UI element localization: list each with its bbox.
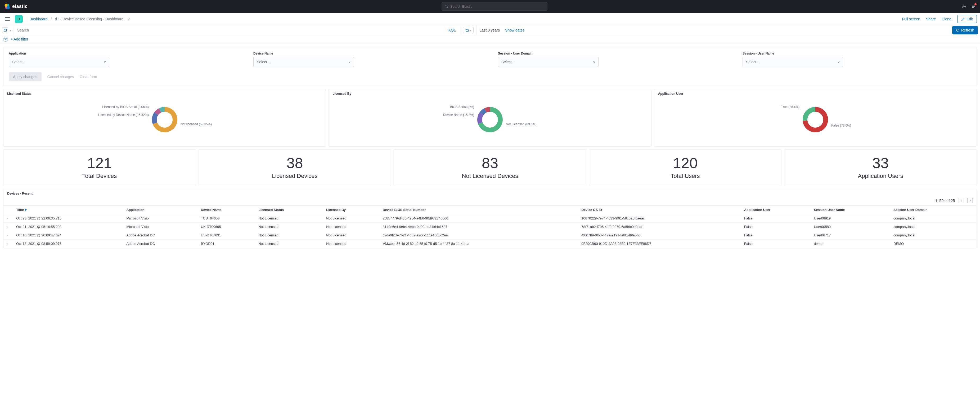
table-header[interactable]: Session User Domain <box>890 206 977 214</box>
cell-bios: VMware-56 4d 2f 62 b0 55 f0 75-d5 1b 4f … <box>380 240 578 248</box>
expand-row-icon[interactable]: › <box>6 233 8 237</box>
pager-next[interactable]: › <box>967 198 973 203</box>
table-header[interactable]: Session User Name <box>811 206 890 214</box>
donut-chart[interactable]: False (73.6%)True (26.4%) <box>658 97 973 142</box>
table-header[interactable]: Application <box>123 206 197 214</box>
metric-label: Not Licensed Devices <box>396 173 584 180</box>
breadcrumb-root[interactable]: Dashboard <box>29 17 48 21</box>
nav-toggle[interactable] <box>3 15 12 23</box>
refresh-label: Refresh <box>961 28 974 32</box>
table-header[interactable]: Licensed By <box>323 206 379 214</box>
metric-label: Application Users <box>787 173 974 180</box>
global-search-input[interactable] <box>450 5 544 8</box>
pager-prev[interactable]: ‹ <box>959 198 964 203</box>
show-dates-link[interactable]: Show dates <box>505 28 524 32</box>
chevron-down-icon[interactable]: ⅴ <box>10 29 12 32</box>
cell-time: Oct 18, 2021 @ 08:59:09.975 <box>13 240 123 248</box>
elastic-logo-icon <box>4 3 10 9</box>
app-header: D Dashboard / dT - Device Based Licensin… <box>0 13 980 25</box>
newsfeed-icon[interactable] <box>971 4 976 9</box>
cell-sessdomain: DEMO <box>890 240 977 248</box>
hamburger-icon <box>5 17 10 21</box>
devices-recent-panel: Devices - Recent 1–50 of 125 ‹ › Time ▾A… <box>3 189 977 248</box>
space-selector[interactable]: D <box>15 15 23 23</box>
calendar-icon <box>465 29 469 32</box>
chevron-down-icon: ⅴ <box>348 60 350 64</box>
donut-chart[interactable]: Not licensed (69.35%)Licensed by Device … <box>7 97 322 142</box>
panel-title: Licensed By <box>332 92 647 95</box>
brand-text: elastic <box>12 4 27 9</box>
expand-row-icon[interactable]: › <box>6 216 8 220</box>
chevron-down-icon[interactable]: ⅴ <box>127 17 130 21</box>
control-select-devicename[interactable]: Select... ⅴ <box>253 57 354 67</box>
query-bar: ⅴ KQL ⅴ Last 3 years Show dates Refresh <box>0 25 980 35</box>
cell-osid: 10870229-7e74-4c33-9f91-58c5a5fbaeac <box>578 214 741 223</box>
metric-label: Total Users <box>592 173 779 180</box>
clone-link[interactable]: Clone <box>942 17 951 21</box>
cell-licensed-status: Not Licensed <box>255 231 323 240</box>
panel-title: Application User <box>658 92 973 95</box>
elastic-logo[interactable]: elastic <box>4 3 27 9</box>
control-select-application[interactable]: Select... ⅴ <box>9 57 109 67</box>
refresh-button[interactable]: Refresh <box>952 26 978 34</box>
cell-licensed-status: Not Licensed <box>255 240 323 248</box>
table-header[interactable]: Licensed Status <box>255 206 323 214</box>
table-header[interactable]: Device OS ID <box>578 206 741 214</box>
table-row: › Oct 18, 2021 @ 08:59:09.975 Adobe Acro… <box>3 240 977 248</box>
table-header[interactable]: Device BIOS Serial Number <box>380 206 578 214</box>
control-label-sessiondomain: Session - User Domain <box>498 52 727 55</box>
cell-devicename: BYOD01 <box>198 240 255 248</box>
edit-button[interactable]: Edit <box>957 15 977 23</box>
global-search[interactable] <box>442 2 547 11</box>
search-icon <box>444 5 448 8</box>
quick-select-menu[interactable]: ⅴ <box>460 25 477 35</box>
pager-text: 1–50 of 125 <box>935 199 955 203</box>
donut-slice-label: Device Name (15.2%) <box>443 113 474 117</box>
query-language-switcher[interactable]: KQL <box>444 26 460 34</box>
time-range-value[interactable]: Last 3 years <box>480 28 500 32</box>
cell-licensed-by: Not Licensed <box>323 231 379 240</box>
svg-point-3 <box>6 6 10 9</box>
expand-row-icon[interactable]: › <box>6 242 8 246</box>
donut-panel: Application User False (73.6%)True (26.4… <box>654 89 977 146</box>
query-input[interactable] <box>17 28 441 32</box>
cell-application: Adobe Acrobat DC <box>123 231 197 240</box>
cell-devicename: US-DT07631 <box>198 231 255 240</box>
table-header[interactable]: Time ▾ <box>13 206 123 214</box>
chevron-down-icon: ⅴ <box>104 60 106 64</box>
control-select-sessiondomain[interactable]: Select... ⅴ <box>498 57 598 67</box>
metric-panel: 83 Not Licensed Devices <box>394 149 586 186</box>
cell-devicename: UK-DT09665 <box>198 223 255 231</box>
clear-form-button: Clear form <box>80 75 97 79</box>
cell-application: Adobe Acrobat DC <box>123 240 197 248</box>
donut-slice-label: Not Licensed (69.6%) <box>506 122 536 126</box>
table-header[interactable]: Application User <box>741 206 811 214</box>
donut-slice-label: BIOS Serial (8%) <box>450 105 474 109</box>
add-filter-link[interactable]: + Add filter <box>11 37 28 41</box>
breadcrumb-current: dT - Device Based Licensing - Dashboard <box>55 17 123 21</box>
metric-panel: 121 Total Devices <box>3 149 196 186</box>
global-header: elastic <box>0 0 980 13</box>
metric-panel: 33 Application Users <box>784 149 977 186</box>
edit-label: Edit <box>967 17 973 21</box>
cell-application: Microsoft Visio <box>123 223 197 231</box>
cell-appuser: False <box>741 223 811 231</box>
fullscreen-link[interactable]: Full screen <box>902 17 920 21</box>
gear-icon[interactable] <box>961 4 966 9</box>
cell-licensed-by: Not Licensed <box>323 223 379 231</box>
table-header[interactable]: Device Name <box>198 206 255 214</box>
filter-bar: + Add filter <box>0 35 980 43</box>
donut-chart[interactable]: Not Licensed (69.6%)Device Name (15.2%)B… <box>332 97 647 142</box>
donut-slice-label: False (73.6%) <box>831 124 851 127</box>
svg-rect-9 <box>466 29 469 32</box>
metric-value: 120 <box>592 154 779 172</box>
cell-time: Oct 21, 2021 @ 05:16:55.293 <box>13 223 123 231</box>
cell-time: Oct 18, 2021 @ 20:09:47.624 <box>13 231 123 240</box>
saved-query-menu[interactable] <box>2 27 8 33</box>
filter-options-icon[interactable] <box>3 37 8 41</box>
cancel-changes-button: Cancel changes <box>48 75 74 79</box>
expand-row-icon[interactable]: › <box>6 225 8 229</box>
cell-bios: c2da9b1b-7b21-4d82-a2cc-111e1005c2aa <box>380 231 578 240</box>
control-select-sessionuser[interactable]: Select... ⅴ <box>743 57 843 67</box>
share-link[interactable]: Share <box>926 17 936 21</box>
